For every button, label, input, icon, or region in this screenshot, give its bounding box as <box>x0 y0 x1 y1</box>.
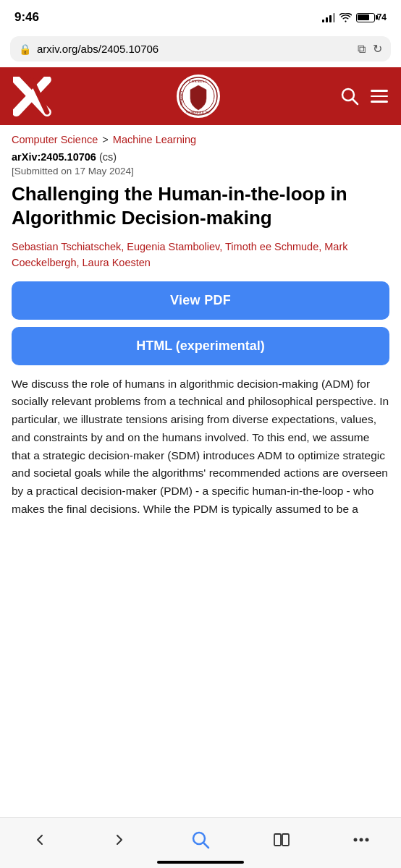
header-right-icons <box>340 87 388 106</box>
paper-id-line: arXiv:2405.10706 (cs) <box>12 151 389 163</box>
home-indicator <box>157 861 244 864</box>
search-header-button[interactable] <box>340 87 359 106</box>
address-bar-container: 🔒 arxiv.org/abs/2405.10706 ⧉ ↻ <box>0 32 401 67</box>
address-bar[interactable]: 🔒 arxiv.org/abs/2405.10706 ⧉ ↻ <box>10 36 391 61</box>
cornell-seal-svg: CORNELL FOUNDED A.D. 1865 UNIVERSITY <box>179 77 218 116</box>
main-content: Computer Science > Machine Learning arXi… <box>0 125 401 527</box>
svg-rect-13 <box>282 834 289 846</box>
url-text: arxiv.org/abs/2405.10706 <box>37 43 352 55</box>
arxiv-header: CORNELL FOUNDED A.D. 1865 UNIVERSITY <box>0 67 401 125</box>
cornell-seal[interactable]: CORNELL FOUNDED A.D. 1865 UNIVERSITY <box>177 75 220 118</box>
breadcrumb-ml[interactable]: Machine Learning <box>113 134 196 145</box>
svg-point-14 <box>354 838 358 841</box>
breadcrumb-cs[interactable]: Computer Science <box>12 134 98 145</box>
wifi-icon <box>339 13 352 22</box>
forward-icon <box>111 832 127 848</box>
reader-mode-icon <box>274 833 290 847</box>
search-nav-button[interactable] <box>180 825 221 855</box>
view-pdf-button[interactable]: View PDF <box>12 281 389 320</box>
status-bar: 9:46 74 <box>0 0 401 32</box>
svg-point-16 <box>366 838 369 841</box>
more-options-button[interactable] <box>342 832 381 848</box>
forward-button[interactable] <box>100 826 139 854</box>
paper-title: Challenging the Human-in-the-loop in Alg… <box>12 182 389 229</box>
status-time: 9:46 <box>14 10 39 25</box>
svg-line-11 <box>203 843 208 848</box>
hamburger-menu-icon[interactable] <box>371 90 388 103</box>
svg-line-9 <box>353 99 358 104</box>
address-bar-actions: ⧉ ↻ <box>358 42 382 56</box>
arxiv-x-icon <box>13 77 56 116</box>
abstract-text: We discuss the role of humans in algorit… <box>12 375 389 519</box>
reader-mode-button[interactable] <box>262 827 301 853</box>
status-icons: 74 <box>322 12 387 22</box>
battery-icon: 74 <box>356 12 387 22</box>
back-icon <box>32 832 48 848</box>
breadcrumb: Computer Science > Machine Learning <box>12 134 389 145</box>
svg-rect-12 <box>274 834 281 846</box>
paper-id: arXiv:2405.10706 <box>12 151 96 163</box>
back-button[interactable] <box>20 826 59 854</box>
authors-list[interactable]: Sebastian Tschiatschek, Eugenia Stamboli… <box>12 239 389 271</box>
search-nav-icon <box>191 830 210 849</box>
breadcrumb-separator: > <box>99 134 111 145</box>
svg-text:FOUNDED A.D. 1865: FOUNDED A.D. 1865 <box>186 111 211 114</box>
more-options-icon <box>353 838 369 842</box>
svg-text:UNIVERSITY: UNIVERSITY <box>180 90 183 106</box>
lock-icon: 🔒 <box>19 43 31 55</box>
svg-point-15 <box>360 838 363 841</box>
copy-icon[interactable]: ⧉ <box>358 43 366 56</box>
submitted-date: [Submitted on 17 May 2024] <box>12 166 389 176</box>
signal-bars-icon <box>322 12 335 22</box>
search-header-icon <box>340 87 359 106</box>
svg-text:CORNELL: CORNELL <box>189 80 208 83</box>
reload-icon[interactable]: ↻ <box>373 42 382 56</box>
paper-category: (cs) <box>99 151 117 163</box>
html-experimental-button[interactable]: HTML (experimental) <box>12 327 389 365</box>
arxiv-logo[interactable] <box>13 77 56 116</box>
